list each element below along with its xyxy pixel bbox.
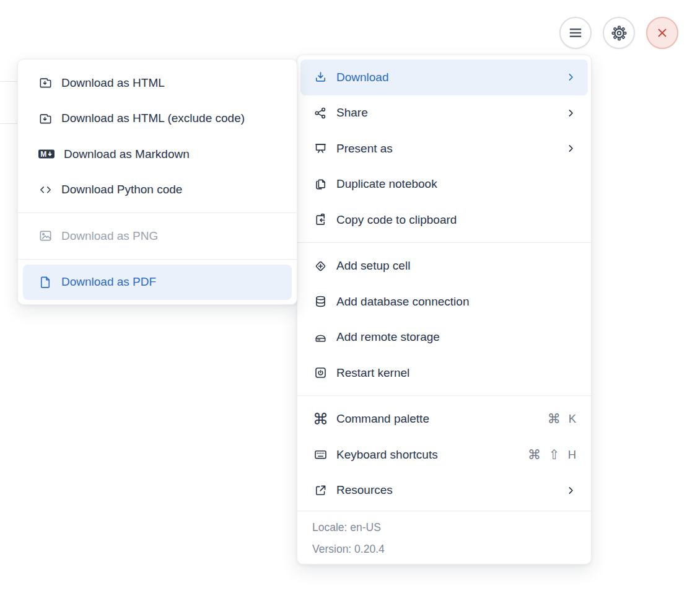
file-icon bbox=[38, 275, 53, 289]
markdown-icon: M bbox=[38, 147, 55, 161]
keyboard-icon bbox=[313, 447, 328, 462]
menu-item-download-as-html[interactable]: Download as HTML bbox=[18, 65, 297, 101]
menu-item-label: Copy code to clipboard bbox=[336, 213, 457, 227]
version-text: Version: 0.20.4 bbox=[312, 538, 576, 560]
chevron-right-icon bbox=[566, 72, 576, 82]
menu-item-duplicate-notebook[interactable]: Duplicate notebook bbox=[297, 167, 591, 203]
svg-text:M: M bbox=[40, 150, 46, 159]
menu-item-label: Download as HTML bbox=[61, 76, 165, 90]
download-icon bbox=[313, 70, 328, 84]
locale-text: Locale: en-US bbox=[312, 517, 576, 538]
window-controls bbox=[559, 17, 678, 49]
download-submenu: Download as HTML Download as HTML (exclu… bbox=[17, 59, 297, 305]
present-icon bbox=[313, 141, 328, 156]
menu-item-label: Restart kernel bbox=[336, 366, 409, 380]
menu-divider bbox=[297, 242, 591, 243]
menu-item-download-as-png: Download as PNG bbox=[18, 218, 297, 254]
menu-item-copy-code-to-clipboard[interactable]: Copy code to clipboard bbox=[297, 202, 591, 238]
menu-item-keyboard-shortcuts[interactable]: Keyboard shortcuts ⌘ ⇧ H bbox=[297, 437, 591, 473]
folder-download-icon bbox=[38, 76, 53, 90]
menu-item-label: Add remote storage bbox=[336, 330, 440, 344]
duplicate-icon bbox=[313, 177, 328, 191]
code-icon bbox=[38, 183, 53, 197]
menu-item-label: Download as HTML (exclude code) bbox=[61, 112, 245, 125]
background-edge-line bbox=[0, 123, 18, 124]
menu-item-label: Share bbox=[336, 106, 368, 120]
menu-item-label: Resources bbox=[336, 483, 393, 497]
menu-item-label: Duplicate notebook bbox=[336, 177, 437, 191]
main-menu: Download Share Present as bbox=[297, 55, 592, 565]
menu-item-download-python-code[interactable]: Download Python code bbox=[18, 172, 297, 208]
folder-download-icon bbox=[38, 112, 53, 126]
settings-button[interactable] bbox=[603, 17, 635, 49]
close-button[interactable] bbox=[646, 17, 678, 49]
power-icon bbox=[313, 366, 328, 380]
hamburger-icon bbox=[568, 25, 583, 40]
menu-item-label: Present as bbox=[336, 142, 393, 156]
menu-button[interactable] bbox=[559, 17, 592, 49]
menu-item-download-as-pdf[interactable]: Download as PDF bbox=[23, 265, 292, 301]
gear-icon bbox=[611, 25, 628, 42]
external-link-icon bbox=[313, 483, 328, 498]
menu-item-add-database-connection[interactable]: Add database connection bbox=[297, 284, 591, 320]
menu-item-label: Download as PDF bbox=[61, 275, 156, 289]
menu-item-restart-kernel[interactable]: Restart kernel bbox=[297, 355, 591, 391]
storage-icon bbox=[313, 330, 328, 345]
shortcut-command-shift-h: ⌘ ⇧ H bbox=[528, 447, 576, 462]
menu-item-add-remote-storage[interactable]: Add remote storage bbox=[297, 320, 591, 356]
menu-item-label: Command palette bbox=[336, 412, 429, 426]
command-icon: ⌘ bbox=[313, 411, 328, 426]
menu-item-command-palette[interactable]: ⌘ Command palette ⌘ K bbox=[297, 402, 591, 437]
image-icon bbox=[38, 229, 53, 243]
chevron-right-icon bbox=[566, 143, 576, 154]
menu-item-download-as-markdown[interactable]: M Download as Markdown bbox=[18, 136, 297, 172]
diamond-plus-icon bbox=[313, 259, 328, 273]
menu-item-label: Add database connection bbox=[336, 295, 469, 309]
menu-item-label: Keyboard shortcuts bbox=[336, 448, 438, 462]
menu-divider bbox=[297, 395, 591, 396]
menu-item-label: Download as Markdown bbox=[64, 147, 190, 161]
menu-item-label: Download Python code bbox=[61, 183, 182, 196]
menu-item-resources[interactable]: Resources bbox=[297, 473, 591, 509]
chevron-right-icon bbox=[566, 485, 576, 496]
menu-divider bbox=[18, 259, 297, 260]
background-edge-line bbox=[0, 81, 18, 82]
menu-item-label: Add setup cell bbox=[336, 259, 410, 273]
share-icon bbox=[313, 106, 328, 120]
menu-item-download[interactable]: Download bbox=[300, 59, 588, 95]
menu-item-label: Download bbox=[336, 71, 389, 84]
database-icon bbox=[313, 294, 328, 309]
menu-item-share[interactable]: Share bbox=[297, 95, 591, 131]
shortcut-command-k: ⌘ K bbox=[548, 411, 576, 426]
chevron-right-icon bbox=[566, 108, 576, 118]
menu-divider bbox=[18, 213, 297, 213]
clipboard-paste-icon bbox=[313, 213, 328, 227]
menu-item-label: Download as PNG bbox=[61, 229, 158, 243]
menu-item-add-setup-cell[interactable]: Add setup cell bbox=[297, 248, 591, 284]
menu-item-present-as[interactable]: Present as bbox=[297, 131, 591, 167]
menu-footer: Locale: en-US Version: 0.20.4 bbox=[297, 511, 591, 564]
menu-item-download-as-html-exclude-code[interactable]: Download as HTML (exclude code) bbox=[18, 101, 297, 137]
close-icon bbox=[655, 25, 670, 40]
